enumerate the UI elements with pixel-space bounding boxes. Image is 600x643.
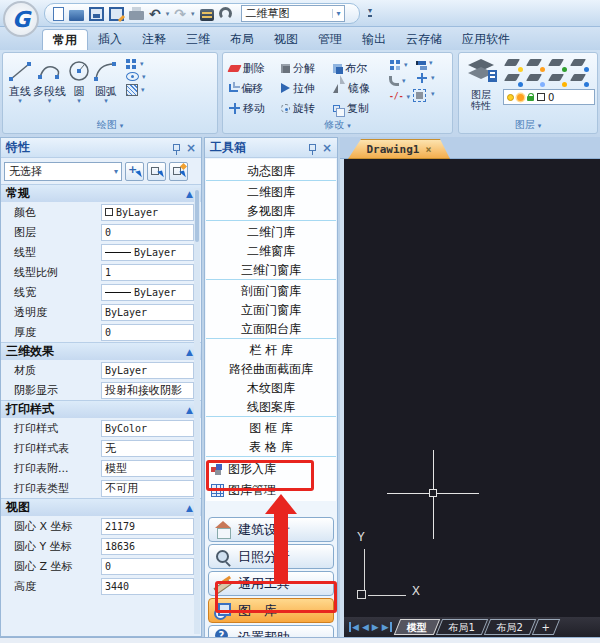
pin-icon[interactable] bbox=[173, 144, 180, 151]
section-3d-effects[interactable]: 三维效果 ▲ bbox=[1, 342, 201, 360]
layer-isolate-icon[interactable] bbox=[569, 57, 591, 72]
toolbox-item-titleblock-library[interactable]: 图 框 库 bbox=[206, 419, 336, 438]
fillet-icon[interactable] bbox=[389, 76, 399, 86]
chevron-down-icon[interactable]: ▾ bbox=[402, 77, 406, 85]
layer-freeze-icon[interactable] bbox=[525, 57, 547, 72]
offset-button[interactable]: 偏移 bbox=[229, 78, 279, 98]
new-layout-tab[interactable]: + bbox=[532, 619, 561, 635]
circle-button[interactable]: 圆 ▾ bbox=[66, 57, 92, 105]
qat-more-button[interactable]: ▾ bbox=[368, 7, 372, 17]
layer-match-icon[interactable] bbox=[569, 72, 591, 87]
tab-home[interactable]: 常用 bbox=[42, 29, 88, 50]
layer-unlock-icon[interactable] bbox=[547, 57, 569, 72]
chevron-down-icon[interactable]: ▾ bbox=[431, 74, 435, 82]
chevron-down-icon[interactable]: ▾ bbox=[431, 90, 435, 98]
toolbox-item-linepattern-library[interactable]: 线图案库 bbox=[206, 398, 336, 417]
toggle-pickadd-button[interactable] bbox=[169, 162, 188, 181]
document-tab-drawing1[interactable]: Drawing1 × bbox=[348, 139, 450, 159]
tab-annotate[interactable]: 注释 bbox=[132, 29, 176, 50]
mirror-button[interactable]: 镜像 bbox=[333, 78, 383, 98]
headset-icon[interactable] bbox=[219, 7, 232, 20]
collapse-icon[interactable]: ▲ bbox=[186, 503, 193, 513]
shadow-value[interactable]: 投射和接收阴影 bbox=[101, 382, 194, 399]
close-icon[interactable]: × bbox=[322, 142, 332, 154]
chevron-down-icon[interactable]: ▾ bbox=[429, 59, 433, 67]
linetype-value[interactable]: ByLayer bbox=[101, 244, 194, 261]
architecture-design-button[interactable]: 建筑设计 bbox=[208, 517, 334, 542]
toolbox-item-dynamic-library[interactable]: 动态图库 bbox=[206, 162, 336, 181]
chevron-down-icon[interactable]: ▾ bbox=[18, 98, 22, 105]
layer-on-icon[interactable] bbox=[503, 72, 525, 87]
toolbox-item-elevation-doorwindow-library[interactable]: 立面门窗库 bbox=[206, 301, 336, 320]
chevron-down-icon[interactable]: ▾ bbox=[104, 98, 108, 105]
sunlight-analysis-button[interactable]: 日照分析 bbox=[208, 544, 334, 569]
first-layout-button[interactable]: ◀ bbox=[349, 622, 359, 632]
section-view[interactable]: 视图 ▲ bbox=[1, 498, 201, 516]
toolbox-item-railing-library[interactable]: 栏 杆 库 bbox=[206, 341, 336, 360]
last-layout-button[interactable]: ▶ bbox=[382, 622, 392, 632]
selection-filter-select[interactable]: 无选择 ▾ bbox=[4, 162, 122, 181]
center-x-value[interactable]: 21179 bbox=[101, 518, 194, 535]
align-icon[interactable] bbox=[416, 61, 426, 65]
redo-button[interactable]: ↷ bbox=[174, 4, 186, 24]
toolbox-item-path-surface-library[interactable]: 路径曲面截面库 bbox=[206, 360, 336, 379]
chevron-down-icon[interactable]: ▾ bbox=[406, 93, 410, 101]
lineweight-value[interactable]: ByLayer bbox=[101, 284, 194, 301]
collapse-icon[interactable]: ▲ bbox=[186, 347, 193, 357]
properties-scrollbar[interactable] bbox=[194, 188, 200, 634]
tab-layout2[interactable]: 布局2 bbox=[484, 619, 537, 635]
next-layout-button[interactable]: ▶ bbox=[372, 622, 379, 632]
height-value[interactable]: 3440 bbox=[101, 578, 194, 595]
app-logo[interactable]: G bbox=[3, 1, 39, 37]
chevron-down-icon[interactable]: ▾ bbox=[141, 86, 145, 94]
divide-icon[interactable] bbox=[421, 73, 423, 83]
collapse-icon[interactable]: ▲ bbox=[186, 189, 193, 199]
copy-button[interactable]: 复制 bbox=[333, 98, 383, 118]
point-array-icon[interactable] bbox=[126, 59, 130, 63]
move-button[interactable]: 移动 bbox=[229, 98, 279, 118]
collapse-icon[interactable]: ▲ bbox=[186, 405, 193, 415]
layer-lock-icon[interactable] bbox=[547, 72, 569, 87]
toolbox-item-multiview-library[interactable]: 多视图库 bbox=[206, 202, 336, 221]
scale-icon[interactable] bbox=[416, 92, 423, 99]
drawing-canvas[interactable]: Y X bbox=[344, 159, 600, 617]
layer-panel-footer[interactable]: 图层 ▾ bbox=[459, 118, 597, 132]
redo-dropdown[interactable]: ▾ bbox=[191, 10, 195, 18]
quick-select-button[interactable]: + bbox=[125, 162, 144, 181]
chevron-down-icon[interactable]: ▾ bbox=[142, 73, 146, 81]
open-file-icon[interactable] bbox=[69, 10, 84, 21]
chevron-down-icon[interactable]: ▾ bbox=[77, 98, 81, 105]
tab-insert[interactable]: 插入 bbox=[88, 29, 132, 50]
new-file-icon[interactable] bbox=[53, 7, 64, 21]
toolbox-item-woodgrain-library[interactable]: 木纹图库 bbox=[206, 379, 336, 398]
tab-apps[interactable]: 应用软件 bbox=[452, 29, 520, 50]
material-value[interactable]: ByLayer bbox=[101, 362, 194, 379]
toolbox-item-section-doorwindow-library[interactable]: 剖面门窗库 bbox=[206, 282, 336, 301]
hatch-icon[interactable] bbox=[126, 84, 138, 96]
tab-model[interactable]: 模型 bbox=[393, 619, 439, 635]
layer-off-icon[interactable] bbox=[503, 57, 525, 72]
chevron-down-icon[interactable]: ▾ bbox=[332, 9, 343, 18]
layer-thaw-icon[interactable] bbox=[525, 72, 547, 87]
toolbox-item-2d-library[interactable]: 二维图库 bbox=[206, 183, 336, 202]
erase-button[interactable]: 删除 bbox=[229, 58, 279, 78]
ltscale-value[interactable]: 1 bbox=[101, 264, 194, 281]
undo-button[interactable]: ↶ bbox=[149, 4, 161, 24]
undo-dropdown[interactable]: ▾ bbox=[166, 10, 170, 18]
break-icon[interactable]: -/- bbox=[389, 92, 403, 101]
section-plot-style[interactable]: 打印样式 ▲ bbox=[1, 400, 201, 418]
modify-panel-footer[interactable]: 修改 ▾ bbox=[223, 118, 452, 132]
prev-layout-button[interactable]: ◀ bbox=[362, 622, 369, 632]
layer-value[interactable]: 0 bbox=[101, 224, 194, 241]
chevron-down-icon[interactable]: ▾ bbox=[48, 98, 52, 105]
section-general[interactable]: 常规 ▲ bbox=[1, 184, 201, 202]
chevron-down-icon[interactable]: ▾ bbox=[404, 61, 408, 69]
color-value[interactable]: ByLayer bbox=[101, 204, 194, 221]
tab-output[interactable]: 输出 bbox=[352, 29, 396, 50]
toolbox-item-2d-door-library[interactable]: 二维门库 bbox=[206, 223, 336, 242]
thickness-value[interactable]: 0 bbox=[101, 324, 194, 341]
polyline-button[interactable]: 多段线 ▾ bbox=[33, 57, 66, 105]
tab-layout1[interactable]: 布局1 bbox=[435, 619, 488, 635]
toolbox-item-2d-window-library[interactable]: 二维窗库 bbox=[206, 242, 336, 261]
center-z-value[interactable]: 0 bbox=[101, 558, 194, 575]
